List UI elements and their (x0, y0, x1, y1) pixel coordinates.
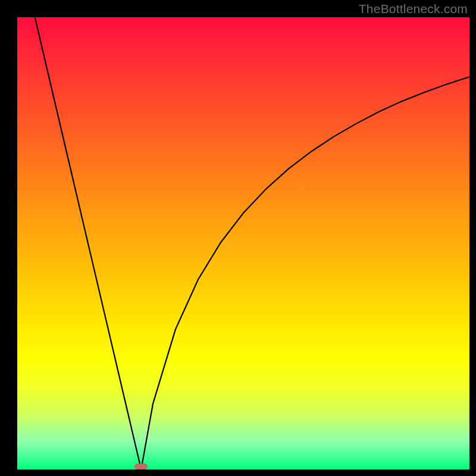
watermark-label: TheBottleneck.com (359, 2, 468, 16)
bottleneck-curve (17, 17, 469, 469)
minimum-marker (134, 464, 148, 469)
chart-container: TheBottleneck.com (0, 0, 476, 476)
